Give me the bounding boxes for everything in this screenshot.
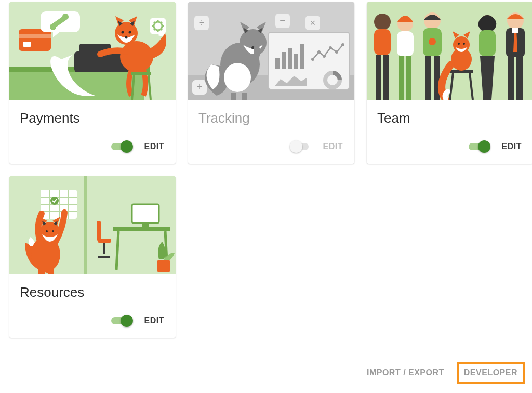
card-body: Tracking [188, 100, 354, 132]
card-team-edit-button[interactable]: EDIT [500, 139, 524, 154]
svg-point-22 [125, 36, 128, 39]
svg-rect-65 [425, 56, 431, 100]
svg-point-73 [463, 43, 465, 45]
svg-rect-33 [300, 44, 304, 69]
card-resources-illustration [9, 176, 176, 274]
svg-text:×: × [310, 18, 316, 28]
svg-line-14 [154, 22, 155, 23]
svg-rect-89 [97, 221, 101, 241]
svg-rect-82 [84, 176, 87, 274]
svg-point-37 [329, 46, 332, 49]
svg-rect-31 [288, 48, 292, 69]
svg-point-20 [122, 31, 124, 34]
svg-rect-7 [23, 42, 31, 47]
card-resources-edit-button[interactable]: EDIT [142, 313, 166, 329]
card-payments-edit-button[interactable]: EDIT [142, 139, 166, 154]
card-title: Tracking [198, 110, 344, 126]
svg-rect-30 [282, 52, 286, 69]
svg-rect-55 [374, 29, 391, 55]
card-payments: Payments EDIT [9, 2, 176, 164]
svg-point-34 [311, 58, 314, 61]
svg-rect-32 [294, 54, 298, 69]
developer-button[interactable]: DEVELOPER [457, 362, 525, 384]
svg-rect-78 [512, 28, 518, 33]
card-tracking: ÷ − × + [188, 2, 354, 164]
card-actions: EDIT [188, 132, 354, 164]
card-payments-illustration [9, 2, 176, 100]
svg-rect-87 [142, 223, 149, 227]
svg-rect-75 [479, 30, 496, 56]
svg-rect-59 [397, 31, 414, 56]
card-tracking-illustration: ÷ − × + [188, 2, 354, 100]
svg-rect-5 [19, 29, 51, 51]
svg-rect-61 [406, 56, 411, 100]
svg-rect-66 [434, 56, 440, 100]
svg-rect-57 [383, 55, 389, 100]
import-export-button[interactable]: IMPORT / EXPORT [362, 364, 449, 382]
svg-point-35 [317, 50, 321, 54]
svg-rect-99 [157, 260, 170, 272]
svg-line-16 [154, 29, 155, 30]
card-tracking-edit-button[interactable]: EDIT [321, 139, 345, 154]
card-title: Payments [20, 110, 165, 126]
svg-point-102 [46, 230, 48, 232]
card-body: Payments [9, 100, 176, 132]
svg-line-17 [161, 22, 162, 23]
card-resources-toggle[interactable] [111, 315, 133, 327]
card-title: Team [377, 110, 523, 126]
card-actions: EDIT [9, 132, 176, 164]
svg-point-98 [50, 197, 59, 205]
card-title: Resources [20, 284, 165, 300]
svg-rect-79 [508, 57, 514, 100]
svg-point-54 [374, 14, 391, 30]
svg-point-38 [335, 50, 338, 54]
card-body: Resources [9, 274, 176, 306]
svg-text:−: − [280, 15, 286, 26]
card-grid: Payments EDIT [0, 0, 532, 338]
card-payments-toggle[interactable] [111, 140, 133, 153]
svg-text:+: + [196, 81, 203, 93]
svg-rect-6 [19, 34, 51, 38]
svg-point-64 [429, 38, 436, 45]
svg-point-21 [129, 31, 131, 34]
svg-rect-83 [113, 227, 170, 231]
card-tracking-toggle[interactable] [290, 140, 312, 153]
card-team-illustration [367, 2, 532, 100]
svg-point-18 [120, 41, 153, 72]
svg-rect-80 [516, 57, 523, 100]
svg-point-36 [323, 55, 326, 58]
footer-actions: IMPORT / EXPORT DEVELOPER [362, 362, 525, 384]
card-actions: EDIT [9, 306, 176, 338]
svg-rect-29 [275, 58, 280, 69]
card-team: Team EDIT [367, 2, 532, 164]
svg-text:÷: ÷ [199, 18, 204, 28]
svg-point-50 [224, 63, 251, 92]
svg-rect-86 [132, 204, 159, 223]
card-team-toggle[interactable] [469, 140, 490, 153]
card-body: Team [367, 100, 532, 132]
svg-rect-60 [399, 56, 404, 100]
svg-point-39 [341, 43, 344, 46]
card-resources: Resources EDIT [9, 176, 176, 338]
svg-rect-56 [376, 55, 381, 100]
card-actions: EDIT [367, 132, 532, 164]
svg-rect-23 [131, 72, 151, 75]
svg-line-15 [161, 29, 162, 30]
svg-point-72 [458, 43, 460, 45]
svg-point-103 [52, 230, 54, 232]
